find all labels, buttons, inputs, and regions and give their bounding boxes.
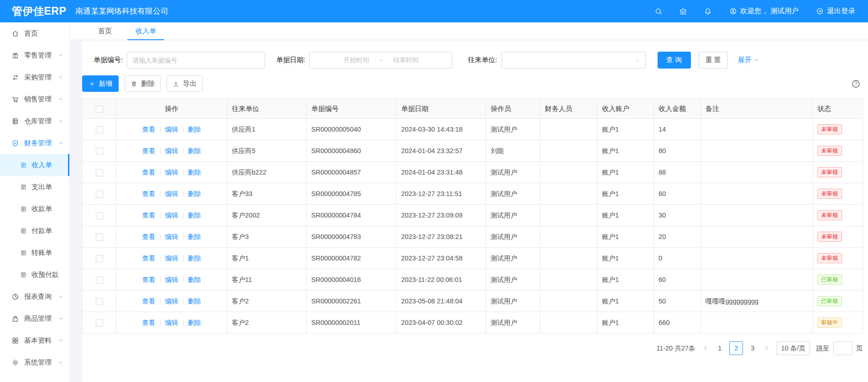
- cell-amount: 60: [654, 183, 701, 205]
- logout-button[interactable]: 退出登录: [816, 6, 855, 16]
- view-link[interactable]: 查看: [142, 126, 156, 133]
- row-checkbox[interactable]: [96, 191, 103, 198]
- delete-link[interactable]: 删除: [188, 190, 201, 197]
- select-all-checkbox[interactable]: [96, 106, 103, 113]
- sidebar-item-receipt-bill[interactable]: 收款单: [0, 198, 69, 220]
- view-link[interactable]: 查看: [142, 212, 156, 219]
- delete-link[interactable]: 删除: [188, 147, 201, 154]
- search-icon[interactable]: [654, 7, 663, 16]
- prev-page-button[interactable]: [700, 341, 711, 355]
- sidebar-item-income-bill[interactable]: 收入单: [0, 154, 69, 176]
- view-link[interactable]: 查看: [142, 190, 156, 197]
- delete-link[interactable]: 删除: [188, 255, 201, 262]
- page-button-1[interactable]: 1: [713, 341, 727, 355]
- row-checkbox[interactable]: [96, 126, 103, 133]
- delete-link[interactable]: 删除: [188, 169, 201, 176]
- row-checkbox[interactable]: [96, 169, 103, 176]
- view-link[interactable]: 查看: [142, 147, 156, 154]
- delete-link[interactable]: 删除: [188, 319, 201, 326]
- row-checkbox[interactable]: [96, 298, 103, 305]
- col-account: 收入账户: [597, 99, 654, 119]
- sidebar-item-warehouse[interactable]: 仓库管理: [0, 110, 69, 132]
- finance-icon: [11, 139, 19, 147]
- sidebar-item-label: 收款单: [31, 205, 52, 213]
- edit-link[interactable]: 编辑: [165, 190, 178, 197]
- retail-icon: [11, 52, 19, 59]
- sidebar-item-finance[interactable]: 财务管理: [0, 132, 69, 154]
- page-size-select[interactable]: 10 条/页: [776, 341, 810, 355]
- edit-link[interactable]: 编辑: [165, 212, 178, 219]
- delete-link[interactable]: 删除: [188, 297, 201, 305]
- cell-remark: [701, 248, 813, 269]
- delete-link[interactable]: 删除: [188, 276, 201, 283]
- sidebar-item-advance-receipt[interactable]: 收预付款: [0, 264, 69, 286]
- col-operator: 操作员: [486, 99, 540, 119]
- row-checkbox[interactable]: [96, 233, 103, 241]
- edit-link[interactable]: 编辑: [165, 147, 178, 154]
- table-row-7: 查看编辑删除 客户1 SR00000004782 2023-12-27 23:0…: [83, 248, 863, 269]
- sidebar-item-home[interactable]: 首页: [0, 22, 69, 44]
- expand-toggle[interactable]: 展开: [738, 56, 759, 64]
- bill-date-range-input[interactable]: 开始时间 ~ 结束时间: [309, 52, 452, 69]
- view-link[interactable]: 查看: [142, 297, 156, 305]
- sidebar-item-purchase[interactable]: 采购管理: [0, 66, 69, 88]
- notification-bell-icon[interactable]: [704, 7, 712, 16]
- row-checkbox[interactable]: [96, 148, 103, 155]
- tab-home[interactable]: 首页: [90, 22, 120, 40]
- tab-income-bill[interactable]: 收入单: [127, 22, 164, 40]
- delete-link[interactable]: 删除: [188, 126, 201, 133]
- export-button[interactable]: 导出: [167, 75, 203, 92]
- cell-operator: 刘能: [486, 140, 540, 162]
- view-link[interactable]: 查看: [142, 319, 156, 326]
- row-checkbox[interactable]: [96, 212, 103, 219]
- sidebar-item-sales[interactable]: 销售管理: [0, 88, 69, 110]
- add-button[interactable]: 新增: [82, 75, 119, 92]
- sidebar-item-system[interactable]: 系统管理: [0, 351, 69, 373]
- row-checkbox[interactable]: [96, 276, 103, 284]
- row-checkbox[interactable]: [96, 255, 103, 262]
- cell-partner: 供应商1: [227, 119, 307, 140]
- view-link[interactable]: 查看: [142, 169, 156, 176]
- sidebar-item-expense-bill[interactable]: 支出单: [0, 176, 69, 198]
- help-icon[interactable]: ?: [851, 79, 861, 89]
- user-menu[interactable]: 欢迎您， 测试用户: [729, 6, 799, 16]
- edit-link[interactable]: 编辑: [165, 126, 178, 133]
- edit-link[interactable]: 编辑: [165, 169, 178, 176]
- sidebar-item-payment-bill[interactable]: 付款单: [0, 220, 69, 242]
- sidebar-item-transfer-bill[interactable]: 转账单: [0, 242, 69, 264]
- view-link[interactable]: 查看: [142, 255, 156, 262]
- search-button[interactable]: 查 询: [658, 52, 691, 69]
- edit-link[interactable]: 编辑: [165, 297, 178, 305]
- delete-button[interactable]: 删除: [125, 75, 161, 92]
- sidebar-item-basic[interactable]: 基本资料: [0, 329, 69, 351]
- home-icon: [11, 30, 19, 37]
- delete-link[interactable]: 删除: [188, 233, 201, 240]
- page-number: 2: [734, 345, 738, 352]
- jump-page-input[interactable]: [833, 341, 852, 355]
- reset-button[interactable]: 重 置: [699, 52, 728, 69]
- next-page-button[interactable]: [761, 341, 773, 355]
- edit-link[interactable]: 编辑: [165, 233, 178, 240]
- cell-bill-date: 2023-05-08 21:48:04: [397, 291, 486, 312]
- sidebar-item-retail[interactable]: 零售管理: [0, 44, 69, 66]
- view-link[interactable]: 查看: [142, 233, 156, 240]
- page-button-3[interactable]: 3: [746, 341, 759, 355]
- page-button-2[interactable]: 2: [729, 341, 743, 355]
- edit-link[interactable]: 编辑: [165, 255, 178, 262]
- bill-no-input[interactable]: [127, 52, 265, 69]
- sidebar-item-report[interactable]: 报表查询: [0, 286, 69, 308]
- partner-select[interactable]: [502, 52, 646, 69]
- row-checkbox[interactable]: [96, 319, 103, 327]
- cell-remark: 嘎嘎嘎ggggggggg: [701, 291, 813, 312]
- cell-remark: [701, 183, 813, 205]
- view-link[interactable]: 查看: [142, 276, 156, 283]
- delete-link[interactable]: 删除: [188, 212, 201, 219]
- sidebar-item-goods[interactable]: 商品管理: [0, 308, 69, 329]
- sidebar-item-label: 基本资料: [24, 336, 52, 345]
- edit-link[interactable]: 编辑: [165, 319, 178, 326]
- cell-partner: 客户3: [227, 226, 307, 248]
- edit-link[interactable]: 编辑: [165, 276, 178, 283]
- cell-bill-no: SR00000002011: [307, 312, 397, 334]
- platform-icon[interactable]: [679, 7, 687, 16]
- table-row-9: 查看编辑删除 客户2 SR00000002261 2023-05-08 21:4…: [83, 291, 863, 312]
